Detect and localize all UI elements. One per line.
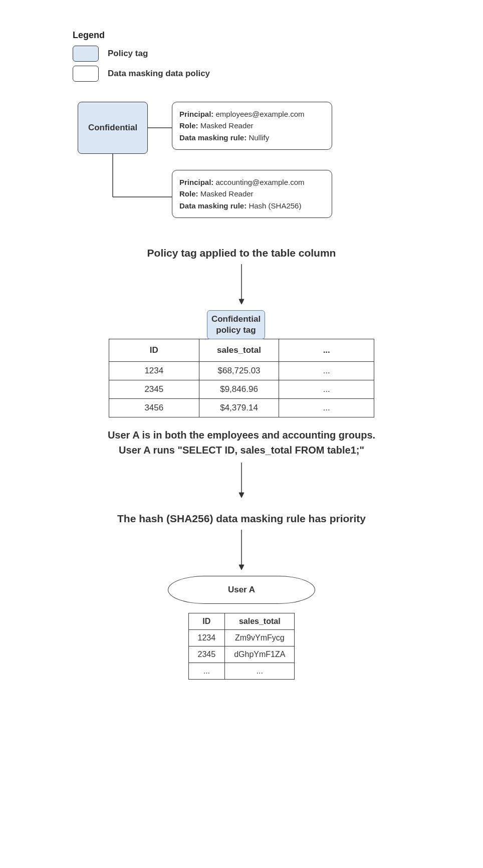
cell-id: 2345 xyxy=(109,380,199,399)
policy-box-employees: Principal: employees@example.com Role: M… xyxy=(172,102,332,150)
arrow-down-icon xyxy=(236,264,247,304)
rule-value: Nullify xyxy=(249,133,269,142)
legend-label-policy-tag: Policy tag xyxy=(108,49,148,59)
policy-box-accounting: Principal: accounting@example.com Role: … xyxy=(172,170,332,218)
svg-marker-6 xyxy=(239,493,244,498)
legend-label-data-policy: Data masking data policy xyxy=(108,69,210,79)
svg-marker-8 xyxy=(239,565,244,570)
cell-sales: $68,725.03 xyxy=(199,362,279,380)
table-row: ... ... xyxy=(188,663,295,680)
role-label: Role: xyxy=(179,189,198,198)
cell-sales: $9,846.96 xyxy=(199,380,279,399)
th-ellipsis: ... xyxy=(279,339,374,362)
svg-marker-4 xyxy=(239,299,244,304)
principal-label: Principal: xyxy=(179,110,213,118)
role-label: Role: xyxy=(179,121,198,130)
column-tag-line2: policy tag xyxy=(216,325,256,335)
role-value: Masked Reader xyxy=(200,189,254,198)
th-sales-total: sales_total xyxy=(199,339,279,362)
column-tag-line1: Confidential xyxy=(211,314,261,324)
cell-id: 3456 xyxy=(109,399,199,417)
arrow-down-icon xyxy=(236,530,247,570)
cell-id: 1234 xyxy=(109,362,199,380)
rule-label: Data masking rule: xyxy=(179,201,247,210)
legend-row-policy-tag: Policy tag xyxy=(73,46,443,62)
user-scenario-text: User A is in both the employees and acco… xyxy=(40,427,443,458)
cell-sales: dGhpYmF1ZA xyxy=(225,646,295,663)
th-id: ID xyxy=(109,339,199,362)
cell-id: 2345 xyxy=(188,646,225,663)
principal-value: employees@example.com xyxy=(216,110,305,118)
cell-id: 1234 xyxy=(188,630,225,646)
arrow-2 xyxy=(40,463,443,498)
user-bubble: User A xyxy=(168,576,315,604)
principal-label: Principal: xyxy=(179,178,213,186)
table-row: 1234 Zm9vYmFycg xyxy=(188,630,295,646)
arrow-down-icon xyxy=(236,463,247,498)
cell-sales: Zm9vYmFycg xyxy=(225,630,295,646)
arrow-3 xyxy=(40,530,443,570)
cell-sales: ... xyxy=(225,663,295,680)
legend-title: Legend xyxy=(73,30,443,41)
scenario-line1: User A is in both the employees and acco… xyxy=(108,429,375,441)
legend: Legend Policy tag Data masking data poli… xyxy=(73,30,443,82)
role-value: Masked Reader xyxy=(200,121,254,130)
policy-tree: Confidential Principal: employees@exampl… xyxy=(73,102,443,232)
cell-ellipsis: ... xyxy=(279,399,374,417)
result-table: ID sales_total 1234 Zm9vYmFycg 2345 dGhp… xyxy=(188,613,295,680)
scenario-line2: User A runs "SELECT ID, sales_total FROM… xyxy=(119,445,364,456)
legend-row-data-policy: Data masking data policy xyxy=(73,66,443,82)
cell-ellipsis: ... xyxy=(279,380,374,399)
table-row: 1234 $68,725.03 ... xyxy=(109,362,374,380)
principal-value: accounting@example.com xyxy=(216,178,305,186)
column-tag-confidential: Confidential policy tag xyxy=(207,310,265,339)
rule-label: Data masking rule: xyxy=(179,133,247,142)
table-row: 2345 $9,846.96 ... xyxy=(109,380,374,399)
column-tag-wrap: Confidential policy tag xyxy=(40,310,443,339)
rule-value: Hash (SHA256) xyxy=(249,201,301,210)
table-row: 2345 dGhpYmF1ZA xyxy=(188,646,295,663)
confidential-tag-box: Confidential xyxy=(78,102,148,154)
th-id: ID xyxy=(188,613,225,630)
cell-sales: $4,379.14 xyxy=(199,399,279,417)
legend-swatch-data-policy xyxy=(73,66,99,82)
heading-rule-priority: The hash (SHA256) data masking rule has … xyxy=(40,513,443,525)
th-sales-total: sales_total xyxy=(225,613,295,630)
table-row: 3456 $4,379.14 ... xyxy=(109,399,374,417)
cell-id: ... xyxy=(188,663,225,680)
heading-policy-tag-applied: Policy tag applied to the table column xyxy=(40,247,443,259)
legend-swatch-policy-tag xyxy=(73,46,99,62)
arrow-1 xyxy=(40,264,443,304)
source-table: ID sales_total ... 1234 $68,725.03 ... 2… xyxy=(109,339,374,417)
cell-ellipsis: ... xyxy=(279,362,374,380)
